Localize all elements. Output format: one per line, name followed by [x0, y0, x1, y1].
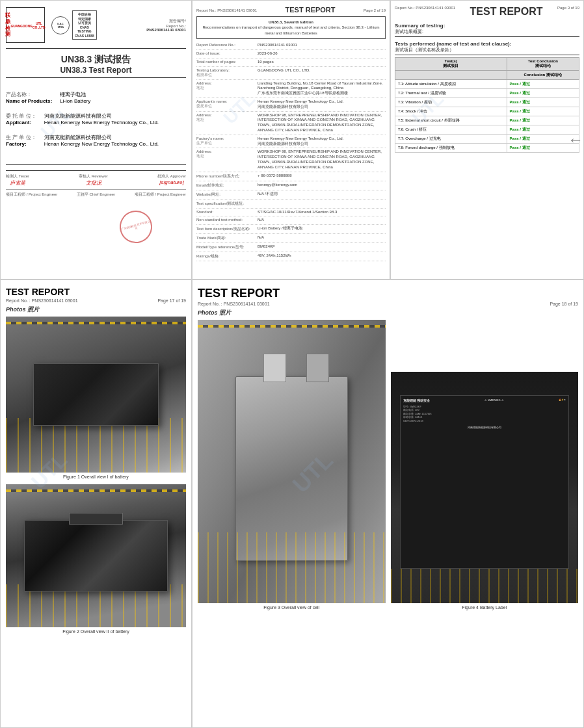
page-2-detail: Report No.: PNS230614141 03001 TEST REPO… — [192, 0, 390, 280]
test-row: T.3: Vibration / 振动 Pass / 通过 — [395, 98, 579, 107]
tests-table: Test(s) 测试项目 Test Conclusion测试结论 Conclus… — [395, 57, 579, 153]
proj-eng-name: 王骁平 Chief Engineer — [77, 192, 115, 198]
applicant-row: 委 托 单 位： Applicant: 河南克能新能源科技有限公司 Henan … — [6, 112, 186, 125]
tester-col: 检测人 Tester 庐省芙 — [6, 174, 29, 187]
app-address-row: Address: 地址 WORKSHOP 98, ENTREPRENEURSHI… — [196, 112, 386, 135]
fig4-container: 克能锂能 强劲安全 ⚠ WARNING ⚠ 🔥⚡♻ 型号: BM824KF 额定… — [391, 372, 579, 615]
fig4-caption: Figure 4 Battery Label — [391, 605, 579, 610]
email-row: Email/邮件地址: kenergy@kenergy.com — [196, 181, 386, 190]
applicant-name-row: Applicant's name: 委托单位 Henan Kenergy New… — [196, 98, 386, 112]
page3-ref: Report No.: PNS230614141 03001 — [395, 6, 455, 10]
page17-page-info: Page 17 of 19 — [157, 298, 186, 303]
test-result: Pass / 通过 — [507, 116, 579, 125]
factory-name-row: Factory's name: 生产单位 Henan Kenergy New E… — [196, 135, 386, 149]
test-row: T.2: Thermal test / 温度试验 Pass / 通过 — [395, 89, 579, 98]
test-result: Pass / 通过 — [507, 98, 579, 107]
factory-label-cn: 生 产 单 位： — [6, 134, 36, 141]
applicant-label-cn: 委 托 单 位： — [6, 112, 36, 120]
page17-title: TEST REPORT — [6, 287, 70, 297]
un383-title: UN38.3 测试报告 UN38.3 Test Report — [6, 54, 186, 75]
cert-logos: ILAC·MRA 中国合格 评定国家 认可委员 CNAS TESTING CNA… — [51, 10, 97, 40]
page1-header: 联鼎检测 GUANGDONG UTL CO.,LTD ILAC·MRA 中国合格… — [6, 7, 186, 43]
approver-name: [signature] — [157, 179, 186, 185]
lab-row: Testing Laboratory: 检测单位 GUANGDONG UTL C… — [196, 67, 386, 80]
page1-report-number: PNS230614141 03001 — [101, 28, 186, 32]
product-row: 产品名称： Name of Products: 锂离子电池 Li-ion Bat… — [6, 91, 186, 104]
date-row: Date of issue: 2023-06-26 — [196, 50, 386, 58]
summary-section: Summary of testing: 测试结果概要: — [395, 23, 579, 37]
summary-title: Summary of testing: 测试结果概要: — [395, 23, 579, 37]
test-row: T.6: Crush / 挤压 Pass / 通过 — [395, 125, 579, 135]
fig3-caption: Figure 3 Overall view of cell — [198, 605, 386, 610]
fig2-caption: Figure 2 Overall view II of battery — [6, 629, 186, 634]
factory-value-en: Henan Kenergy New Energy Technology Co.,… — [44, 141, 159, 147]
test-name: T.2: Thermal test / 温度试验 — [395, 89, 507, 98]
non-standard-row: Non-standard test method: N/A — [196, 216, 386, 225]
page3-title: TEST REPORT — [470, 6, 543, 18]
factory-addr-row: Address: 地址 WORKSHOP 98, ENTREPRENEURSHI… — [196, 148, 386, 172]
test-result: Pass / 通过 — [507, 107, 579, 116]
test-row: T.8: Forced discharge / 强制放电 Pass / 通过 — [395, 144, 579, 153]
test-name: T.1: Altitude simulation / 高度模拟 — [395, 80, 507, 89]
product-value-en: Li-ion Battery — [60, 98, 90, 104]
fig1-caption: Figure 1 Overall view I of battery — [6, 474, 186, 479]
page18-title: TEST REPORT — [198, 287, 280, 300]
test-name: T.5: External short circuit / 外部短路 — [395, 116, 507, 125]
standard-box: UN38.3, Seventh Edition Recommendations … — [196, 16, 386, 39]
approver-label: 批准人 Approver — [157, 174, 186, 179]
factory-label-en: Factory: — [6, 141, 36, 147]
test-row: T.7: Overcharge / 过充电 Pass / 通过 — [395, 135, 579, 144]
total-pages-row: Total number of pages: 19 pages — [196, 58, 386, 67]
model-row: Model/Type reference/型号: BM824KF — [196, 243, 386, 252]
proj-eng-label: 项目工程师 / Project Engineer — [6, 192, 57, 198]
ilac-badge: ILAC·MRA — [51, 16, 70, 34]
company-logo: 联鼎检测 GUANGDONG UTL CO.,LTD — [6, 7, 45, 43]
page-1-cover: 联鼎检测 GUANGDONG UTL CO.,LTD ILAC·MRA 中国合格… — [0, 0, 192, 280]
un383-en-title: UN38.3 Test Report — [6, 66, 186, 75]
page18-ref: Report No. : PNS230614141 03001 — [198, 302, 270, 306]
test-name: T.8: Forced discharge / 强制放电 — [395, 144, 507, 153]
test-name: T.4: Shock / 冲击 — [395, 107, 507, 116]
product-label-cn: 产品名称： — [6, 91, 52, 98]
project-engineer-row: 项目工程师 / Project Engineer 王骁平 Chief Engin… — [6, 189, 186, 198]
next-arrow[interactable]: ← — [568, 131, 583, 149]
ratings-row: Ratings/规格: 48V, 24Ah,1152Wh — [196, 252, 386, 261]
un383-cn-title: UN38.3 测试报告 — [6, 54, 186, 66]
col-test-sub — [395, 71, 507, 80]
page-17-photos: TEST REPORT Report No. : PNS230614141 03… — [0, 280, 192, 728]
fig3-container: Figure 3 Overall view of cell — [198, 320, 386, 615]
factory-row: 生 产 单 位： Factory: 河南克能新能源科技有限公司 Henan Ke… — [6, 134, 186, 147]
page-3-summary: Report No.: PNS230614141 03001 TEST REPO… — [390, 0, 584, 280]
tests-section: Tests performed (name of test and test c… — [395, 41, 579, 153]
applicant-label-en: Applicant: — [6, 120, 36, 125]
phone-row: Phone number/联系方式: + 86-0372-5888888 — [196, 172, 386, 181]
applicant-value-en: Henan Kenergy New Energy Technology Co.,… — [44, 120, 159, 125]
test-name: T.3: Vibration / 振动 — [395, 98, 507, 107]
test-name: T.6: Crush / 挤压 — [395, 125, 507, 135]
proj-eng2-label: 项目工程师 / Project Engineer — [135, 192, 186, 198]
signatories: 检测人 Tester 庐省芙 审核人 Reviewer 文批况 批准人 Appr… — [6, 170, 186, 187]
company-stamp: 广东联鼎检测 技术有限公司 — [116, 207, 155, 246]
photos-label-18: Photos 照片 — [198, 309, 578, 317]
test-result: Pass / 通过 — [507, 89, 579, 98]
trade-mark-row: Trade Mark/商标: N/A — [196, 234, 386, 243]
page2-ref: Report No.: PNS230614141 03001 — [196, 8, 257, 12]
reviewer-label: 审核人 Reviewer — [79, 174, 108, 179]
photos-label-17: Photos 照片 — [6, 306, 186, 314]
address-row: Address: 地址 Lianding Testing Building, N… — [196, 80, 386, 98]
tests-title: Tests performed (name of test and test c… — [395, 41, 579, 55]
test-row: T.5: External short circuit / 外部短路 Pass … — [395, 116, 579, 125]
page17-ref: Report No. : PNS230614141 03001 — [6, 298, 78, 303]
reviewer-col: 审核人 Reviewer 文批况 — [79, 174, 108, 187]
page1-report-ref-label: 报告编号/ — [101, 18, 186, 24]
figure-3-photo — [198, 320, 386, 603]
col-conclusion-sub: Conclusion 测试结论 — [507, 71, 579, 80]
page-18-photos: TEST REPORT Report No. : PNS230614141 03… — [192, 280, 584, 728]
tester-label: 检测人 Tester — [6, 174, 29, 179]
item-desc-row: Test Item description/测品名称: Li-ion Batte… — [196, 225, 386, 234]
approver-col: 批准人 Approver [signature] — [157, 174, 186, 187]
test-row: T.1: Altitude simulation / 高度模拟 Pass / 通… — [395, 80, 579, 89]
page3-page-info: Page 3 of 19 — [557, 6, 579, 10]
figure-2-photo — [6, 484, 186, 627]
test-name: T.7: Overcharge / 过充电 — [395, 135, 507, 144]
